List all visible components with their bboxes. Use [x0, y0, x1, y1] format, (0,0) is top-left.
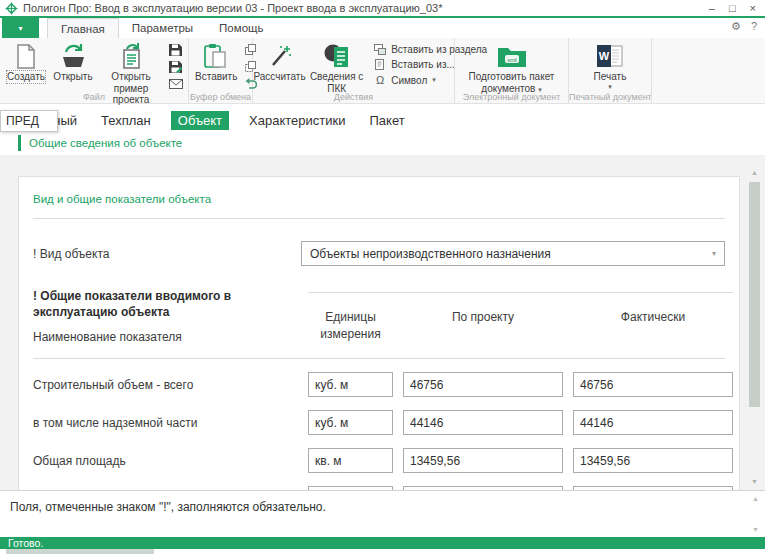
- row-label: Строительный объем - всего: [33, 378, 298, 392]
- chevron-down-icon: ▾: [712, 249, 716, 258]
- scrollbar-track[interactable]: [749, 179, 760, 476]
- unit-input[interactable]: [308, 372, 393, 397]
- vertical-scrollbar[interactable]: ▲ ▼: [747, 167, 762, 488]
- paste-label: Вставить: [195, 71, 237, 83]
- column-header-project: По проекту: [403, 309, 563, 344]
- calculate-button[interactable]: Рассчитать: [256, 40, 303, 83]
- tab-label: Помощь: [219, 22, 263, 34]
- hint-bar: Поля, отмеченные знаком "!", заполняются…: [0, 490, 765, 537]
- open-project-label: Открыть: [53, 71, 92, 83]
- hint-text: Поля, отмеченные знаком "!", заполняются…: [10, 500, 326, 514]
- row-label: Общая площадь: [33, 454, 298, 468]
- minimize-icon[interactable]: –: [709, 3, 715, 14]
- scrollbar-thumb[interactable]: [749, 182, 760, 407]
- unit-input[interactable]: [308, 410, 393, 435]
- scroll-up-icon[interactable]: ▲: [751, 167, 758, 179]
- tab-label: Главная: [61, 23, 105, 35]
- unit-input[interactable]: [308, 448, 393, 473]
- tab-kharakteristiki[interactable]: Характеристики: [245, 111, 349, 130]
- save-as-icon[interactable]: [168, 60, 183, 73]
- insert-from-section-icon: [374, 44, 386, 55]
- save-icon[interactable]: [168, 43, 183, 56]
- status-text: Готово.: [8, 537, 43, 549]
- prepare-package-label-line1: Подготовить пакет: [469, 71, 555, 83]
- table-row: в том числе надземной части: [33, 410, 725, 435]
- object-kind-label: ! Вид объекта: [33, 247, 301, 261]
- title-bar: Полигон Про: Ввод в эксплуатацию версии …: [0, 0, 765, 18]
- maximize-icon[interactable]: □: [729, 3, 736, 14]
- main-content: Вид и общие показатели объекта ! Вид объ…: [0, 155, 765, 490]
- divider: [33, 218, 725, 219]
- object-kind-value: Объекты непроизводственного назначения: [310, 247, 551, 261]
- omega-icon: Ω: [374, 74, 386, 86]
- table-row: Общая площадь: [33, 448, 725, 473]
- tab-paket[interactable]: Пакет: [365, 111, 408, 130]
- print-label: Печать: [594, 71, 627, 83]
- actual-value-input[interactable]: [573, 410, 733, 435]
- tab-glavnaya[interactable]: Главная: [47, 18, 119, 38]
- new-project-label: Создать: [7, 71, 45, 83]
- send-envelope-icon[interactable]: [168, 77, 183, 90]
- chevron-down-icon: ▾: [18, 24, 22, 33]
- actual-value-input[interactable]: [573, 372, 733, 397]
- ribbon-group-clipboard: Вставить Буфер обмена: [189, 38, 253, 103]
- column-header-unit: Единицы измерения: [308, 309, 393, 344]
- pkk-info-button[interactable]: Сведения с ПКК: [304, 40, 369, 94]
- insert-from-label: Вставить из...: [391, 59, 455, 70]
- section-nav-item[interactable]: Общие сведения об объекте: [18, 135, 182, 151]
- ribbon: Создать Открыть: [0, 38, 765, 104]
- window-title: Полигон Про: Ввод в эксплуатацию версии …: [23, 2, 442, 14]
- open-sample-icon: [119, 42, 143, 70]
- print-button[interactable]: W Печать ▾: [587, 40, 633, 91]
- prepare-package-button[interactable]: xml Подготовить пакет документов ▾: [460, 40, 564, 94]
- svg-text:xml: xml: [507, 56, 516, 62]
- green-folder-icon: xml: [497, 42, 527, 70]
- open-icon: [61, 42, 86, 70]
- indicators-header: ! Общие показатели вводимого в эксплуата…: [33, 288, 283, 320]
- ribbon-group-edoc: xml Подготовить пакет документов ▾ Элект…: [455, 38, 569, 103]
- actual-value-input[interactable]: [573, 448, 733, 473]
- scroll-down-icon[interactable]: ▼: [751, 476, 758, 488]
- tab-obyekt[interactable]: Объект: [171, 111, 229, 130]
- ribbon-tab-row: ▾ Главная Параметры Помощь ⚙ ?: [0, 18, 765, 38]
- project-value-input[interactable]: [403, 410, 563, 435]
- file-menu-button[interactable]: ▾: [2, 18, 39, 38]
- ribbon-group-file: Создать Открыть: [0, 38, 189, 103]
- pkk-globe-doc-icon: [324, 42, 349, 70]
- calculate-label: Рассчитать: [253, 71, 305, 83]
- magic-wand-icon: [268, 42, 292, 70]
- row-label: в том числе надземной части: [33, 416, 298, 430]
- open-project-button[interactable]: Открыть: [50, 40, 96, 83]
- new-project-button[interactable]: Создать: [3, 40, 49, 83]
- group-label-print: Печатный документ: [569, 92, 651, 102]
- ribbon-group-print: W Печать ▾ Печатный документ: [569, 38, 652, 103]
- paste-button[interactable]: Вставить: [192, 40, 240, 83]
- ribbon-group-actions: Рассчитать Сведения с ПКК Встав: [253, 38, 455, 103]
- panel-header: Вид и общие показатели объекта: [33, 193, 725, 205]
- tooltip: ПРЕД: [0, 110, 58, 132]
- insert-from-icon: [374, 59, 386, 70]
- project-value-input[interactable]: [403, 372, 563, 397]
- name-column-label: Наименование показателя: [33, 330, 298, 344]
- status-progress-tab: [6, 549, 154, 554]
- section-nav: Общие сведения об объекте: [0, 130, 765, 155]
- tab-pomosch[interactable]: Помощь: [206, 18, 276, 38]
- group-label-file: Файл: [0, 92, 188, 102]
- close-icon[interactable]: ×: [750, 3, 756, 14]
- gear-icon[interactable]: ⚙: [731, 20, 741, 33]
- word-document-icon: W: [597, 42, 623, 70]
- object-kind-select[interactable]: Объекты непроизводственного назначения ▾: [301, 241, 725, 266]
- status-bar: Готово.: [0, 537, 765, 554]
- chevron-down-icon: ▾: [608, 83, 612, 91]
- tab-techplan[interactable]: Техплан: [97, 111, 155, 130]
- project-value-input[interactable]: [403, 448, 563, 473]
- document-tabs: Титульный Техплан Объект Характеристики …: [0, 104, 765, 130]
- scroll-up-icon[interactable]: ▲: [752, 495, 759, 502]
- help-icon[interactable]: ?: [751, 20, 757, 33]
- new-document-icon: [16, 42, 36, 70]
- symbol-label: Символ: [391, 75, 427, 86]
- scroll-down-icon[interactable]: ▼: [752, 526, 759, 533]
- group-label-edoc: Электронный документ: [455, 92, 568, 102]
- indicators-table-head: ! Общие показатели вводимого в эксплуата…: [33, 288, 725, 359]
- tab-parametry[interactable]: Параметры: [119, 18, 206, 38]
